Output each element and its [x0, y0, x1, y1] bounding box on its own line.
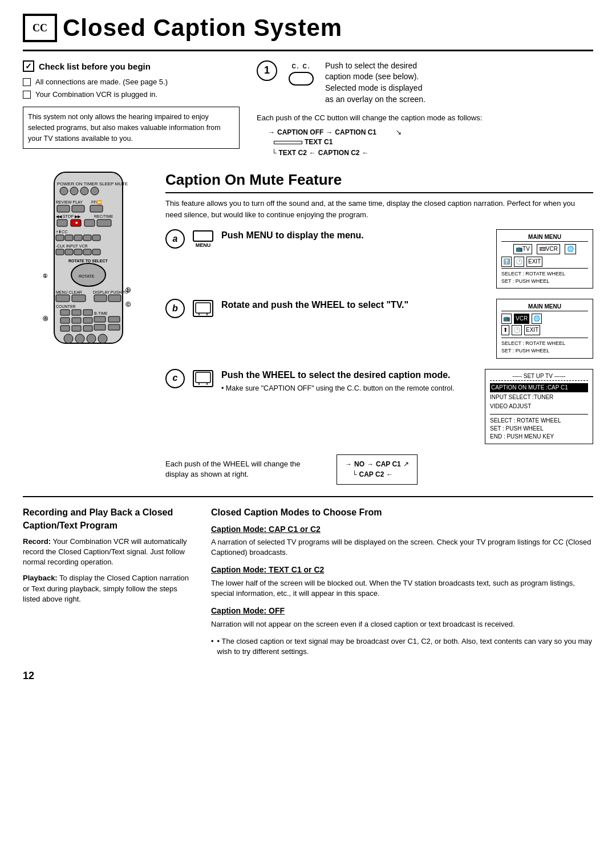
- step-b-button: [193, 300, 213, 317]
- svg-rect-28: [83, 249, 91, 255]
- svg-rect-44: [60, 310, 70, 315]
- mode-off-text: Narration will not appear on the screen …: [211, 619, 593, 629]
- svg-text:①: ①: [43, 273, 47, 279]
- svg-text:COUNTER: COUNTER: [56, 304, 76, 308]
- wheel-flow-row: Each push of the WHEEL will change the d…: [165, 454, 593, 485]
- svg-rect-25: [56, 249, 64, 255]
- page-header: CC Closed Caption System: [23, 11, 593, 51]
- svg-rect-14: [84, 220, 95, 226]
- checklist-item-1: All connections are made. (See page 5.): [23, 77, 240, 87]
- cc-button-shape: [289, 72, 314, 86]
- mode-cap-c1-title: Caption Mode: CAP C1 or C2: [211, 524, 593, 535]
- recording-title: Recording and Play Back a Closed Caption…: [23, 506, 194, 532]
- step-c-button: [193, 370, 213, 387]
- svg-point-2: [60, 187, 68, 195]
- svg-rect-38: [56, 295, 70, 302]
- svg-text:MENU CLEAR: MENU CLEAR: [56, 290, 82, 294]
- step-a-circle: a: [165, 229, 185, 249]
- svg-rect-52: [83, 326, 92, 331]
- system-note: This system not only allows the hearing …: [23, 107, 240, 149]
- svg-point-5: [91, 187, 99, 195]
- page-title: Closed Caption System: [63, 11, 342, 45]
- bottom-section: Recording and Play Back a Closed Caption…: [23, 496, 593, 657]
- remote-svg: POWER ON TIMER SLEEP MUTE REVIEW PLAY FF…: [40, 169, 137, 352]
- svg-text:ⓐ: ⓐ: [43, 316, 48, 322]
- svg-rect-41: [94, 295, 107, 302]
- svg-point-61: [98, 334, 107, 343]
- bullet-icon: •: [211, 636, 214, 647]
- left-panel: ✓ Check list before you begin All connec…: [23, 60, 240, 158]
- tv-screen-icon-c: [194, 371, 212, 385]
- mode-cap-c1-text: A narration of selected TV programs will…: [211, 537, 593, 558]
- svg-rect-47: [60, 318, 70, 323]
- step-b-row: b Rotate and push the WHEEL to select "T…: [165, 299, 593, 358]
- step-b-circle: b: [165, 299, 185, 318]
- step-a-button: MENU: [193, 229, 213, 249]
- svg-rect-54: [94, 316, 106, 322]
- caption-highlight: CAPTION ON MUTE :CAP C1: [490, 383, 588, 392]
- svg-text:REC/TIME: REC/TIME: [94, 214, 114, 218]
- middle-section: POWER ON TIMER SLEEP MUTE REVIEW PLAY FF…: [23, 169, 593, 485]
- svg-rect-56: [108, 316, 120, 322]
- svg-rect-49: [83, 318, 92, 323]
- remote-graphic: POWER ON TIMER SLEEP MUTE REVIEW PLAY FF…: [40, 169, 137, 355]
- svg-text:ROTATE TO SELECT: ROTATE TO SELECT: [68, 259, 108, 263]
- svg-text:REVIEW PLAY: REVIEW PLAY: [56, 200, 83, 204]
- svg-rect-46: [83, 310, 92, 315]
- tv-screen-icon: [194, 302, 212, 316]
- checkbox-empty-2: [23, 91, 31, 99]
- step-c-text: Push the WHEEL to select the desired cap…: [221, 369, 477, 394]
- page-number: 12: [23, 669, 593, 683]
- checklist-header: ✓ Check list before you begin: [23, 60, 240, 72]
- svg-text:ROTATE: ROTATE: [79, 274, 95, 278]
- each-push-text: Each push of the CC button will change t…: [257, 113, 593, 123]
- menu-icons-row: 📺TV 📼VCR 🌐: [501, 244, 588, 254]
- svg-rect-45: [72, 310, 81, 315]
- svg-rect-55: [94, 324, 106, 330]
- svg-text:◀◀ STOP ▶▶: ◀◀ STOP ▶▶: [56, 214, 81, 218]
- svg-rect-50: [60, 326, 70, 331]
- modes-bullet: • • The closed caption or text signal ma…: [211, 636, 593, 657]
- svg-point-58: [64, 334, 73, 343]
- step-1-circle: 1: [257, 60, 277, 81]
- modes-section: Closed Caption Modes to Choose From Capt…: [211, 506, 593, 657]
- step-c-right: ----- SET UP TV ------ CAPTION ON MUTE :…: [485, 369, 593, 444]
- cc-instruction: 1 C. C. Push to select the desired capti…: [257, 60, 593, 105]
- svg-rect-17: [97, 220, 111, 226]
- playback-paragraph: Playback: To display the Closed Caption …: [23, 573, 194, 604]
- svg-rect-51: [72, 326, 81, 331]
- each-push-wheel: Each push of the WHEEL will change the d…: [165, 459, 325, 480]
- svg-text:■: ■: [75, 221, 78, 225]
- svg-rect-26: [65, 249, 73, 255]
- svg-text:B-TIME: B-TIME: [94, 311, 108, 315]
- svg-rect-29: [92, 249, 100, 255]
- mode-text-c1-text: The lower half of the screen will be blo…: [211, 578, 593, 599]
- svg-point-59: [75, 334, 84, 343]
- menu-button-shape: [193, 230, 213, 242]
- svg-rect-21: [74, 235, 82, 241]
- recording-section: Recording and Play Back a Closed Caption…: [23, 506, 194, 657]
- svg-rect-22: [83, 235, 91, 241]
- mode-text-c1: Caption Mode: TEXT C1 or C2 The lower ha…: [211, 564, 593, 599]
- caption-screen: ----- SET UP TV ------ CAPTION ON MUTE :…: [485, 369, 593, 444]
- svg-text:FF/⏩: FF/⏩: [91, 200, 103, 205]
- step-b-menu-screen: MAIN MENU 📺 VCR 🌐 ⬆ 🕐 EXIT SELECT : ROTA…: [496, 299, 593, 358]
- right-panel: 1 C. C. Push to select the desired capti…: [257, 60, 593, 158]
- checklist-item-2: Your Combination VCR is plugged in.: [23, 90, 240, 100]
- svg-rect-7: [57, 205, 70, 212]
- svg-rect-65: [196, 372, 210, 383]
- svg-rect-62: [196, 303, 210, 313]
- svg-rect-19: [56, 235, 64, 241]
- remote-area: POWER ON TIMER SLEEP MUTE REVIEW PLAY FF…: [23, 169, 154, 485]
- svg-point-4: [80, 187, 88, 195]
- svg-text:DISPLAY PUSH TO: DISPLAY PUSH TO: [93, 290, 128, 294]
- cc-logo-icon: CC: [23, 14, 57, 42]
- mode-off-title: Caption Mode: OFF: [211, 606, 593, 617]
- mute-section-desc: This feature allows you to turn off the …: [165, 198, 593, 220]
- checkmark-icon: ✓: [23, 60, 34, 72]
- caption-flow-diagram: → CAPTION OFF → CAPTION C1 ↘ TEXT C1 └ T…: [268, 128, 593, 157]
- svg-rect-8: [72, 205, 84, 212]
- mode-off: Caption Mode: OFF Narration will not app…: [211, 606, 593, 629]
- top-section: ✓ Check list before you begin All connec…: [23, 60, 593, 158]
- svg-point-3: [70, 187, 78, 195]
